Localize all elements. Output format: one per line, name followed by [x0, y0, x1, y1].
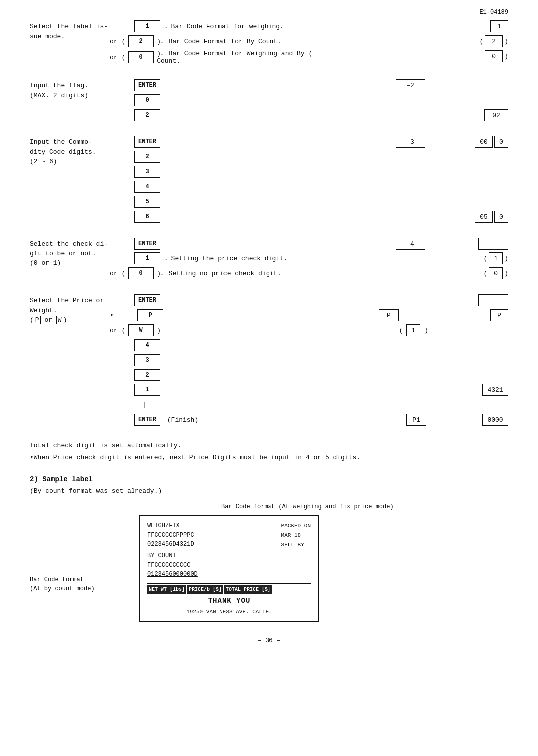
result-row	[504, 150, 508, 163]
step-row: ENTER	[110, 294, 428, 307]
result-row: ( 1 )	[483, 252, 508, 265]
display-box: 1	[406, 324, 420, 336]
barcode-format-note-row: Bar Code format (At weighing and fix pri…	[159, 504, 508, 510]
key-button: 1	[134, 252, 160, 264]
ff-line1: FFCCCCCCPPPPC	[147, 531, 274, 540]
result-col-5: P 4321 0000	[428, 294, 508, 426]
label-bottom-bar: NET WT [lbs] PRICE/b [$] TOTAL PRICE [$]	[147, 583, 311, 594]
result-row	[504, 369, 508, 381]
result-col-3: 00 0 05 0	[428, 135, 508, 223]
price-lb-label: PRICE/b [$]	[187, 585, 223, 594]
label-inner: WEIGH/FIX FFCCCCCCPPPPC 0223456D4321D BY…	[147, 521, 311, 579]
label-left-data: WEIGH/FIX FFCCCCCCPPPPC 0223456D4321D BY…	[147, 521, 274, 579]
step-row: |	[110, 398, 428, 411]
result-row: ( 0 )	[483, 267, 508, 280]
paren: )	[504, 38, 508, 45]
result-row: ( 2 )	[479, 35, 508, 48]
section-label-5: Select the Price orWeight.(P or W)	[30, 294, 110, 325]
result-row: 0 )	[485, 50, 508, 63]
step-row: or ( 0 )… Setting no price check digit.	[110, 267, 428, 280]
section-commodity-code: Input the Commo-dity Code digits.(2 ~ 6)…	[30, 135, 508, 223]
result-row: P	[490, 309, 508, 322]
result-box: 4321	[482, 384, 508, 396]
footer-note2: •When Price check digit is entered, next…	[30, 452, 508, 463]
step-row: 4	[110, 180, 428, 193]
section-check-digit: Select the check di-git to be or not.(0 …	[30, 237, 508, 280]
label-right-data: PACKED ON MAR 18 SELL BY	[281, 521, 311, 579]
step-row: 6	[110, 210, 428, 223]
result-row	[478, 237, 508, 250]
result-box: 1	[489, 252, 503, 264]
result-row: 1	[490, 20, 508, 33]
step-row: 2	[110, 109, 428, 122]
steps-col-1: 1 … Bar Code Format for weighing. or ( 2…	[110, 20, 428, 65]
key-enter: ENTER	[134, 79, 160, 91]
key-button: 3	[134, 166, 160, 178]
key-button: 2	[128, 35, 154, 47]
result-box: 0	[485, 50, 503, 62]
section-label-issue-mode: Select the label is-sue mode. 1 … Bar Co…	[30, 20, 508, 65]
section-label-1: Select the label is-sue mode.	[30, 20, 110, 41]
display-box: P	[379, 309, 399, 321]
result-box: 1	[490, 20, 508, 32]
sample-label-title: 2) Sample label	[30, 475, 508, 483]
line-graphic	[159, 507, 219, 507]
step-row: 2	[110, 369, 428, 381]
key-enter: ENTER	[134, 136, 160, 148]
key-button: 2	[134, 369, 160, 381]
step-row: 5	[110, 195, 428, 208]
key-button: 0	[128, 267, 154, 279]
code-line1: 0223456D4321D	[147, 540, 274, 549]
pipe-key: |	[134, 401, 146, 409]
step-row: or ( 2 )… Bar Code Format for By Count.	[110, 35, 428, 48]
step-desc: )… Bar Code Format for By Count.	[157, 38, 428, 45]
result-row	[504, 195, 508, 208]
step-desc: )… Setting no price check digit.	[157, 270, 428, 277]
paren: (	[399, 327, 403, 334]
footer-note1: Total check digit is set automatically.	[30, 440, 508, 451]
footer-notes: Total check digit is set automatically. …	[30, 440, 508, 463]
step-row: or ( 0 )… Bar Code Format for Weighing a…	[110, 50, 428, 65]
key-enter: ENTER	[134, 294, 160, 306]
result-row	[504, 79, 508, 92]
thank-you-text: THANK YOU	[147, 596, 311, 607]
step-row: 1 … Setting the price check digit.	[110, 252, 428, 265]
step-desc: )… Bar Code Format for Weighing and By (…	[157, 50, 428, 65]
steps-col-2: ENTER –2 0 2	[110, 79, 428, 122]
label-diagram: Bar Code format(At by count mode) WEIGH/…	[30, 515, 508, 622]
key-button: 0	[128, 51, 154, 63]
steps-col-3: ENTER –3 2 3 4 5 6	[110, 135, 428, 223]
key-button: 5	[134, 196, 160, 208]
step-desc: (Finish)	[163, 416, 282, 424]
key-button: 6	[134, 211, 160, 223]
paren: (	[483, 255, 487, 262]
sell-by: SELL BY	[281, 540, 311, 550]
section-label-2: Input the flag.(MAX. 2 digits)	[30, 79, 110, 100]
result-box	[478, 238, 508, 250]
or-text: or (	[110, 327, 125, 334]
result-row: 4321	[482, 383, 508, 396]
result-row	[504, 94, 508, 107]
step-row: • P P	[110, 309, 428, 322]
page-number: – 36 –	[30, 637, 508, 644]
section-input-flag: Input the flag.(MAX. 2 digits) ENTER –2 …	[30, 79, 508, 122]
result-box: P	[490, 309, 508, 321]
result-row	[478, 294, 508, 307]
key-enter: ENTER	[134, 414, 160, 426]
result-box: 2	[485, 35, 503, 47]
result-row	[504, 354, 508, 367]
weigh-fix-line: WEIGH/FIX	[147, 521, 274, 531]
result-box: 02	[484, 109, 508, 121]
step-row: 3	[110, 165, 428, 178]
sample-label-section: 2) Sample label (By count format was set…	[30, 475, 508, 622]
bar-code-format-label: Bar Code format(At by count mode)	[30, 575, 139, 593]
key-button: 3	[134, 354, 160, 366]
barcode-note-line: Bar Code format (At weighing and fix pri…	[159, 504, 394, 510]
step-row: or ( W ) ( 1 )	[110, 324, 428, 337]
result-row	[504, 180, 508, 193]
paren: (	[483, 270, 487, 277]
steps-col-4: ENTER –4 1 … Setting the price check dig…	[110, 237, 428, 280]
mar-date: MAR 18	[281, 531, 311, 540]
result-box	[478, 294, 508, 306]
result-box: 0000	[482, 414, 508, 426]
